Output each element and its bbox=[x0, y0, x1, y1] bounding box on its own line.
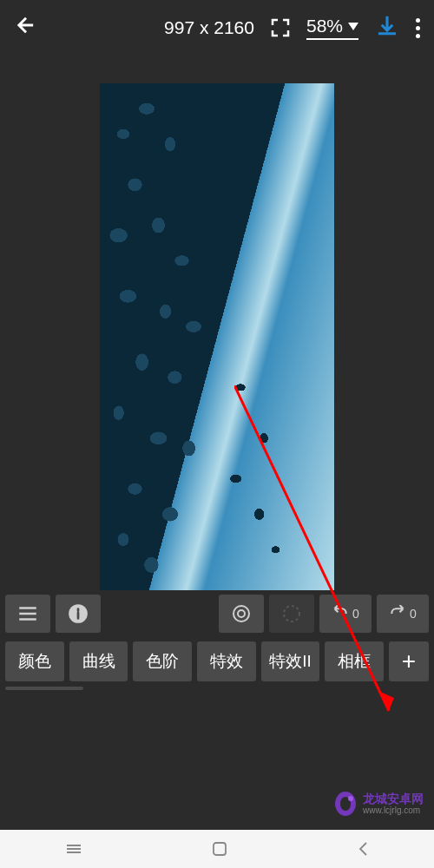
more-menu-button[interactable] bbox=[416, 18, 420, 38]
zoom-value: 58% bbox=[306, 16, 343, 36]
add-tool-button[interactable]: + bbox=[389, 641, 429, 681]
tool-levels[interactable]: 色阶 bbox=[133, 641, 192, 681]
svg-point-6 bbox=[348, 796, 353, 801]
tool-effects2[interactable]: 特效II bbox=[261, 641, 320, 681]
svg-point-5 bbox=[284, 606, 299, 621]
image-preview[interactable] bbox=[100, 83, 334, 590]
top-bar: 997 x 2160 58% bbox=[0, 0, 434, 56]
undo-count: 0 bbox=[352, 607, 359, 621]
nav-recent[interactable] bbox=[65, 840, 82, 858]
nav-home[interactable] bbox=[212, 841, 227, 857]
scroll-indicator bbox=[5, 687, 83, 690]
chevron-down-icon bbox=[348, 23, 358, 30]
watermark: 龙城安卓网 www.lcjrlg.com bbox=[332, 790, 424, 818]
watermark-name: 龙城安卓网 bbox=[363, 792, 424, 806]
menu-button[interactable] bbox=[5, 595, 50, 633]
nav-back[interactable] bbox=[357, 841, 369, 857]
system-nav-bar bbox=[0, 830, 434, 868]
watermark-url: www.lcjrlg.com bbox=[363, 806, 424, 815]
redo-count: 0 bbox=[410, 607, 417, 621]
back-button[interactable] bbox=[14, 13, 38, 43]
svg-marker-1 bbox=[380, 692, 394, 711]
zoom-dropdown[interactable]: 58% bbox=[306, 16, 358, 40]
download-button[interactable] bbox=[374, 13, 400, 43]
tool-color[interactable]: 颜色 bbox=[5, 641, 64, 681]
fullscreen-icon[interactable] bbox=[270, 17, 291, 38]
target-button[interactable] bbox=[219, 595, 264, 633]
watermark-logo-icon bbox=[332, 790, 359, 818]
redo-button[interactable]: 0 bbox=[377, 595, 429, 633]
tool-frame[interactable]: 相框 bbox=[325, 641, 384, 681]
svg-point-3 bbox=[233, 606, 249, 621]
action-icon-row: 0 0 bbox=[0, 591, 434, 636]
image-dimensions: 997 x 2160 bbox=[164, 17, 254, 38]
tool-curves[interactable]: 曲线 bbox=[69, 641, 128, 681]
tool-row: 颜色 曲线 色阶 特效 特效II 相框 + bbox=[0, 636, 434, 681]
tool-effects[interactable]: 特效 bbox=[197, 641, 256, 681]
canvas-area bbox=[0, 56, 434, 591]
svg-rect-7 bbox=[214, 843, 226, 855]
info-button[interactable] bbox=[56, 595, 101, 633]
layers-button[interactable] bbox=[269, 595, 314, 633]
svg-point-4 bbox=[238, 610, 245, 617]
undo-button[interactable]: 0 bbox=[319, 595, 372, 633]
